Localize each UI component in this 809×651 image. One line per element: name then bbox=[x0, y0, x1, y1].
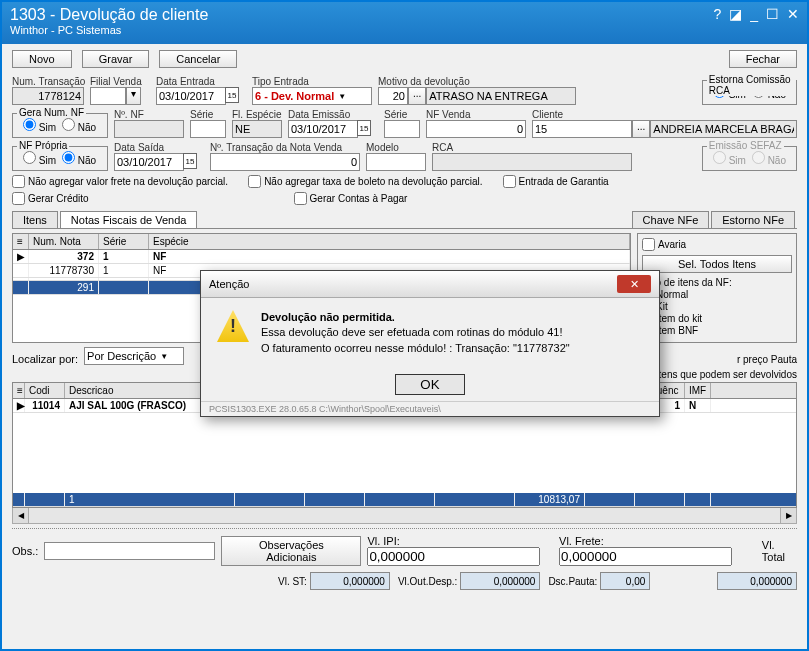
serie2-label: Série bbox=[384, 109, 420, 120]
chk-agregar-frete[interactable]: Não agregar valor frete na devolução par… bbox=[12, 175, 228, 188]
chevron-down-icon: ▼ bbox=[338, 92, 346, 101]
vl-out-label: Vl.Out.Desp.: bbox=[398, 576, 457, 587]
maximize-icon[interactable]: ☐ bbox=[766, 6, 779, 22]
data-emissao-input[interactable] bbox=[288, 120, 358, 138]
cliente-codigo-input[interactable] bbox=[532, 120, 632, 138]
tab-itens[interactable]: Itens bbox=[12, 211, 58, 228]
legend-item-bnf: Item BNF bbox=[656, 325, 698, 336]
edit-icon[interactable]: ◪ bbox=[729, 6, 742, 22]
col-serie[interactable]: Série bbox=[99, 234, 149, 249]
tab-notas[interactable]: Notas Fiscais de Venda bbox=[60, 211, 198, 228]
chk-agregar-taxa[interactable]: Não agregar taxa de boleto na devolução … bbox=[248, 175, 482, 188]
sefaz-nao-radio: Não bbox=[752, 151, 786, 166]
data-entrada-input[interactable] bbox=[156, 87, 226, 105]
legend-item-kit: Item do kit bbox=[656, 313, 702, 324]
chk-gerar-credito[interactable]: Gerar Crédito bbox=[12, 192, 89, 205]
chk-gerar-contas[interactable]: Gerar Contas à Pagar bbox=[294, 192, 408, 205]
cliente-label: Cliente bbox=[532, 109, 797, 120]
window-title: 1303 - Devolução de cliente bbox=[10, 6, 208, 24]
col-imp[interactable]: IMF bbox=[685, 383, 711, 398]
serie2-input[interactable] bbox=[384, 120, 420, 138]
dialog-line1: Devolução não permitida. bbox=[261, 310, 570, 325]
legend-normal: Normal bbox=[656, 289, 688, 300]
col-especie[interactable]: Espécie bbox=[149, 234, 630, 249]
preco-pauta-text: r preço Pauta bbox=[737, 354, 797, 365]
data-emissao-label: Data Emissão bbox=[288, 109, 378, 120]
gera-num-nf-label: Gera Num. NF bbox=[17, 107, 86, 118]
dialog-ok-button[interactable]: OK bbox=[395, 374, 464, 395]
dsc-pauta-label: Dsc.Pauta: bbox=[548, 576, 597, 587]
chk-entrada-garantia[interactable]: Entrada de Garantia bbox=[503, 175, 609, 188]
table-row[interactable]: ▶3721NF bbox=[13, 250, 630, 264]
chk-avaria[interactable]: Avaria bbox=[642, 238, 792, 251]
novo-button[interactable]: Novo bbox=[12, 50, 72, 68]
serie-input[interactable] bbox=[190, 120, 226, 138]
titlebar: 1303 - Devolução de cliente Winthor - PC… bbox=[2, 2, 807, 44]
tipo-entrada-combo[interactable]: 6 - Dev. Normal▼ bbox=[252, 87, 372, 105]
fechar-button[interactable]: Fechar bbox=[729, 50, 797, 68]
vl-ipi-label: Vl. IPI: bbox=[367, 535, 399, 547]
tipo-itens-label: Tipo de itens da NF: bbox=[642, 277, 792, 288]
minimize-icon[interactable]: _ bbox=[750, 6, 758, 22]
filial-venda-input[interactable] bbox=[90, 87, 126, 105]
motivo-label: Motivo da devolução bbox=[378, 76, 578, 87]
no-nf-input bbox=[114, 120, 184, 138]
localizar-combo[interactable]: Por Descrição▼ bbox=[84, 347, 184, 365]
motivo-codigo-input[interactable] bbox=[378, 87, 408, 105]
rca-label: RCA bbox=[432, 142, 632, 153]
vl-out bbox=[460, 572, 540, 590]
alert-dialog: Atenção ✕ ! Devolução não permitida. Ess… bbox=[200, 270, 660, 417]
filial-venda-arrow-icon[interactable]: ▾ bbox=[126, 87, 141, 105]
calendar-icon[interactable]: 15 bbox=[183, 153, 197, 169]
no-trans-nota-input[interactable] bbox=[210, 153, 360, 171]
tipo-entrada-label: Tipo Entrada bbox=[252, 76, 372, 87]
hscroll[interactable]: ◀▶ bbox=[12, 508, 797, 524]
tab-estorno[interactable]: Estorno NFe bbox=[711, 211, 795, 228]
emissao-sefaz-label: Emissão SEFAZ bbox=[707, 140, 784, 151]
nf-propria-label: NF Própria bbox=[17, 140, 69, 151]
calendar-icon[interactable]: 15 bbox=[357, 120, 371, 136]
obs-label: Obs.: bbox=[12, 545, 38, 557]
no-trans-nota-label: Nº. Transação da Nota Venda bbox=[210, 142, 360, 153]
obs-adicionais-button[interactable]: Observações Adicionais bbox=[221, 536, 361, 566]
nf-venda-input[interactable] bbox=[426, 120, 526, 138]
dialog-line3: O faturamento ocorreu nesse módulo! : Tr… bbox=[261, 341, 570, 356]
window-subtitle: Winthor - PC Sistemas bbox=[10, 24, 208, 36]
close-icon[interactable]: ✕ bbox=[787, 6, 799, 22]
sel-todos-button[interactable]: Sel. Todos Itens bbox=[642, 255, 792, 273]
vl-ipi bbox=[367, 547, 540, 566]
serie-label: Série bbox=[190, 109, 226, 120]
filial-venda-label: Filial Venda bbox=[90, 76, 150, 87]
dialog-close-button[interactable]: ✕ bbox=[617, 275, 651, 293]
modelo-input[interactable] bbox=[366, 153, 426, 171]
warning-icon: ! bbox=[217, 310, 249, 342]
sefaz-sim-radio: Sim bbox=[713, 151, 746, 166]
cliente-nome bbox=[650, 120, 797, 138]
calendar-icon[interactable]: 15 bbox=[225, 87, 239, 103]
motivo-lookup-button[interactable]: ... bbox=[408, 87, 426, 105]
col-codi[interactable]: Codi bbox=[25, 383, 65, 398]
num-transacao-label: Num. Transação bbox=[12, 76, 84, 87]
item-footer-row: 1 10813,07 bbox=[13, 493, 796, 507]
gravar-button[interactable]: Gravar bbox=[82, 50, 150, 68]
dialog-status: PCSIS1303.EXE 28.0.65.8 C:\Winthor\Spool… bbox=[201, 401, 659, 416]
help-icon[interactable]: ? bbox=[713, 6, 721, 22]
vl-st bbox=[310, 572, 390, 590]
obs-input[interactable] bbox=[44, 542, 215, 560]
nfpropria-nao-radio[interactable]: Não bbox=[62, 151, 96, 166]
estorna-label: Estorna Comissão RCA bbox=[707, 74, 796, 96]
tab-chave[interactable]: Chave NFe bbox=[632, 211, 710, 228]
vl-st-label: Vl. ST: bbox=[278, 576, 307, 587]
col-num-nota[interactable]: Num. Nota bbox=[29, 234, 99, 249]
gera-sim-radio[interactable]: Sim bbox=[23, 118, 56, 133]
dialog-line2: Essa devolução deve ser efetuada com rot… bbox=[261, 325, 570, 340]
data-entrada-label: Data Entrada bbox=[156, 76, 246, 87]
nfpropria-sim-radio[interactable]: Sim bbox=[23, 151, 56, 166]
cliente-lookup-button[interactable]: ... bbox=[632, 120, 650, 138]
localizar-label: Localizar por: bbox=[12, 353, 78, 365]
num-transacao-input bbox=[12, 87, 84, 105]
gera-nao-radio[interactable]: Não bbox=[62, 118, 96, 133]
data-saida-input[interactable] bbox=[114, 153, 184, 171]
vl-frete-label: Vl. Frete: bbox=[559, 535, 604, 547]
cancelar-button[interactable]: Cancelar bbox=[159, 50, 237, 68]
